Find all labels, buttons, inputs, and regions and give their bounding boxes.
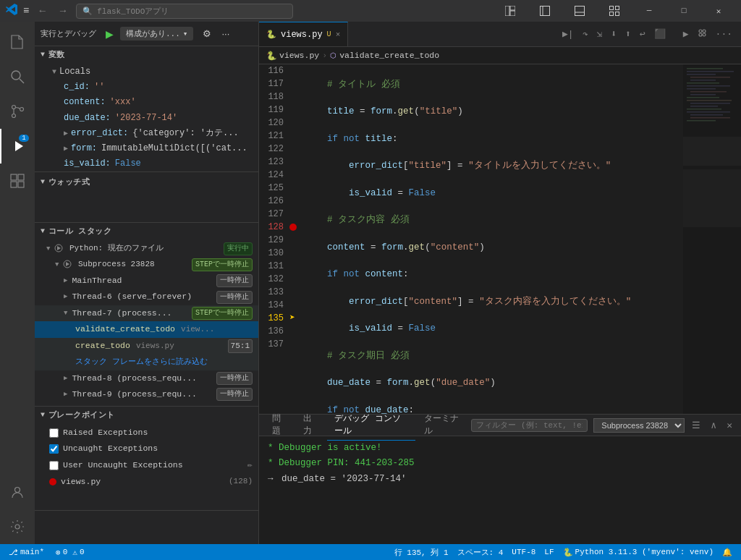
var-content[interactable]: content: 'xxx': [35, 95, 258, 110]
output-line-1: * Debugger is active!: [268, 443, 382, 453]
var-form[interactable]: ▶ form: ImmutableMultiDict([('cat...: [35, 141, 258, 156]
status-line-ending[interactable]: LF: [540, 544, 558, 560]
panel-filter-input[interactable]: [471, 419, 588, 432]
callstack-thread6[interactable]: ▶ Thread-6 (serve_forever) 一時停止: [35, 289, 258, 305]
debug-continue-btn[interactable]: ▶|: [559, 27, 577, 41]
activity-account[interactable]: [0, 475, 35, 509]
callstack-section-header[interactable]: ▼ コール スタック: [35, 223, 258, 239]
variables-section: ▼ 変数 ▼ Locals c_id: '' content:: [35, 46, 258, 223]
code-text: is_valid = False: [305, 187, 436, 200]
back-button[interactable]: ←: [35, 4, 49, 18]
grid-btn[interactable]: [598, 0, 631, 22]
callstack-frame-create[interactable]: create_todo views.py 75:1: [35, 338, 258, 355]
git-icon: ⎇: [9, 548, 18, 557]
activity-git[interactable]: [0, 94, 35, 129]
status-line-col[interactable]: 行 135, 列 1: [390, 544, 453, 560]
code-content: # タイトル 必須 title = form.get("title") if n…: [302, 64, 683, 414]
debug-restart-btn[interactable]: ↩: [637, 27, 648, 41]
locals-group[interactable]: ▼ Locals: [35, 64, 258, 80]
status-encoding[interactable]: UTF-8: [507, 544, 540, 560]
tab-views-py[interactable]: 🐍 views.py U ×: [259, 22, 348, 47]
run-btn[interactable]: ▶: [680, 27, 692, 41]
bp-views-file[interactable]: views.py (128): [35, 474, 258, 490]
bp-raised-checkbox[interactable]: [49, 428, 59, 438]
debug-run-button[interactable]: ▶: [102, 26, 117, 42]
main-layout: 1 実行とデバッグ ▶ 構成があり... ▾ ⚙ ···: [0, 22, 741, 544]
var-due_date[interactable]: due_date: '2023-77-14': [35, 111, 258, 126]
var-c_id[interactable]: c_id: '': [35, 80, 258, 95]
maximize-button[interactable]: □: [667, 0, 700, 22]
bp-uncaught-checkbox[interactable]: [49, 444, 59, 454]
callstack-thread7[interactable]: ▼ Thread-7 (process... STEPで一時停止: [35, 305, 258, 321]
tab-close-button[interactable]: ×: [336, 30, 341, 39]
debug-config-dropdown[interactable]: 構成があり... ▾: [120, 27, 193, 41]
frame-func: create_todo: [75, 339, 130, 352]
debug-extra-btn[interactable]: [695, 27, 710, 42]
callstack-load-more[interactable]: スタック フレームをさらに読み込む: [35, 355, 258, 370]
variables-section-header[interactable]: ▼ 変数: [35, 46, 258, 63]
forward-button[interactable]: →: [56, 4, 70, 18]
panel-layout-icon[interactable]: ☰: [689, 418, 703, 433]
bp-uncaught-exceptions[interactable]: Uncaught Exceptions: [35, 441, 258, 457]
callstack-thread8[interactable]: ▶ Thread-8 (process_requ... 一時停止: [35, 370, 258, 386]
callstack-mainthread[interactable]: ▶ MainThread 一時停止: [35, 273, 258, 289]
status-language[interactable]: 🐍 Python 3.11.3 ('myenv': venv): [559, 544, 718, 560]
activity-extensions[interactable]: [0, 164, 35, 198]
activity-search[interactable]: [0, 59, 35, 94]
status-spaces[interactable]: スペース: 4: [453, 544, 508, 560]
debug-more-button[interactable]: ···: [218, 26, 233, 41]
callstack-badge-pause: 一時停止: [216, 274, 253, 287]
debug-step-into-btn[interactable]: ⇲: [593, 27, 605, 41]
close-button[interactable]: ✕: [702, 0, 735, 22]
var-is_valid[interactable]: is_valid: False: [35, 156, 258, 171]
layout-btn[interactable]: [494, 0, 527, 22]
load-more-link[interactable]: スタック フレームをさらに読み込む: [75, 356, 208, 369]
bell-icon: 🔔: [722, 548, 732, 557]
callstack-frame-validate[interactable]: validate_create_todo view...: [35, 321, 258, 337]
bp-user-uncaught-checkbox[interactable]: [49, 461, 59, 470]
var-error_dict[interactable]: ▶ error_dict: {'category': 'カテ...: [35, 126, 258, 141]
panel-up-icon[interactable]: ∧: [708, 418, 719, 433]
watch-section-header[interactable]: ▼ ウォッチ式: [35, 174, 258, 190]
callstack-python-item[interactable]: ▼ Python: 現在のファイル 実行中: [35, 241, 258, 257]
status-git[interactable]: ⎇ main*: [4, 544, 48, 560]
debug-stop-btn[interactable]: ⬛: [651, 27, 669, 41]
gutter-128: 128: [265, 221, 284, 234]
callstack-subprocess-item[interactable]: ▼ Subprocess 23828 STEPで一時停止: [35, 257, 258, 273]
hamburger-menu-icon[interactable]: ≡: [23, 5, 29, 17]
activity-debug[interactable]: 1: [0, 129, 35, 164]
status-encoding-label: UTF-8: [512, 548, 535, 556]
panel-btn[interactable]: [563, 0, 596, 22]
frame-file: view...: [181, 323, 214, 336]
debug-settings-button[interactable]: ⚙: [199, 26, 215, 41]
panel-subprocess-select[interactable]: Subprocess 23828: [593, 418, 685, 433]
breakpoints-section-header[interactable]: ▼ ブレークポイント: [35, 407, 258, 423]
activity-explorer[interactable]: [0, 25, 35, 59]
callstack-section: ▼ コール スタック ▼ Python: 現在のファイル 実行中: [35, 223, 258, 407]
bp-raised-exceptions[interactable]: Raised Exceptions: [35, 425, 258, 441]
activity-settings[interactable]: [0, 509, 35, 544]
callstack-label: コール スタック: [48, 226, 112, 237]
edit-icon[interactable]: ✏: [247, 459, 253, 472]
title-search-bar[interactable]: 🔍 flask_TODOアプリ: [76, 4, 293, 19]
warning-icon: ⚠: [72, 548, 77, 557]
minimize-button[interactable]: ─: [632, 0, 666, 22]
more-actions-btn[interactable]: ···: [713, 27, 735, 41]
python-icon: 🐍: [563, 548, 573, 557]
status-notifications[interactable]: 🔔: [718, 544, 737, 560]
status-errors[interactable]: ⊗ 0 ⚠ 0: [51, 544, 88, 560]
debug-step-over-btn[interactable]: ↷: [580, 27, 591, 41]
svg-rect-49: [690, 117, 730, 119]
debug-step-up-btn[interactable]: ⬆: [622, 27, 634, 41]
callstack-thread9[interactable]: ▶ Thread-9 (process_requ... 一時停止: [35, 386, 258, 402]
debug-step-out-btn[interactable]: ⬇: [608, 27, 619, 41]
code-text: if not content:: [305, 268, 409, 281]
sidebar-btn[interactable]: [528, 0, 562, 22]
bp-space-134: [289, 299, 302, 312]
locals-expand-icon: ▼: [52, 67, 56, 78]
bp-user-uncaught[interactable]: User Uncaught Exceptions ✏: [35, 457, 258, 474]
panel-close-icon[interactable]: ✕: [724, 418, 735, 433]
gutter-130: 130: [265, 247, 284, 260]
code-container[interactable]: 116 117 118 119 120 121 122 123 124 125 …: [259, 64, 683, 414]
frame-func: validate_create_todo: [75, 323, 175, 336]
